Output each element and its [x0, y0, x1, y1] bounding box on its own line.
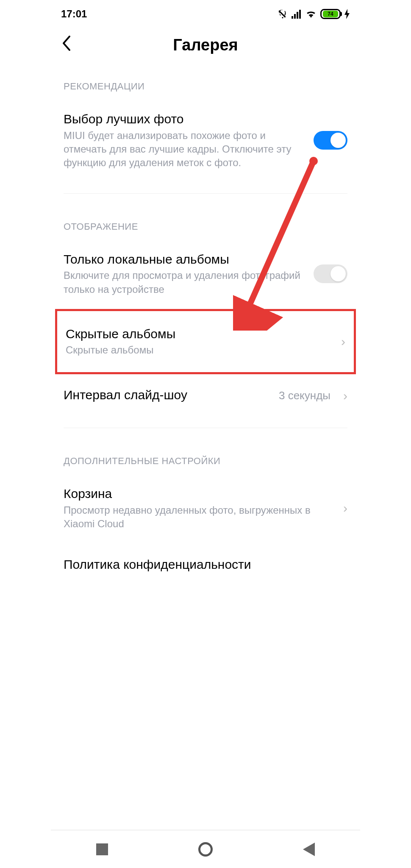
- row-local-only[interactable]: Только локальные альбомы Включите для пр…: [51, 239, 360, 309]
- nav-bar: [51, 830, 360, 868]
- section-advanced-label: ДОПОЛНИТЕЛЬНЫЕ НАСТРОЙКИ: [51, 439, 360, 473]
- best-photos-toggle[interactable]: [314, 131, 347, 150]
- chevron-right-icon: ›: [341, 334, 345, 349]
- svg-point-0: [282, 17, 283, 18]
- nav-back-button[interactable]: [303, 843, 315, 856]
- best-photos-title: Выбор лучших фото: [64, 111, 305, 127]
- status-icons: 74: [277, 8, 350, 19]
- trash-sub: Просмотр недавно удаленных фото, выгруже…: [64, 504, 335, 531]
- wifi-icon: [305, 9, 317, 19]
- local-only-title: Только локальные альбомы: [64, 251, 305, 267]
- section-display-label: ОТОБРАЖЕНИЕ: [51, 204, 360, 239]
- back-button[interactable]: [61, 35, 80, 56]
- page-title: Галерея: [173, 36, 238, 54]
- signal-icon: [292, 9, 302, 19]
- nav-recents-button[interactable]: [96, 843, 108, 855]
- chevron-right-icon: ›: [343, 389, 347, 403]
- divider: [64, 193, 347, 194]
- section-recommendations-label: РЕКОМЕНДАЦИИ: [51, 64, 360, 98]
- nav-home-button[interactable]: [198, 842, 213, 857]
- row-slideshow-interval[interactable]: Интервал слайд-шоу 3 секунды ›: [51, 374, 360, 417]
- slideshow-value: 3 секунды: [279, 389, 330, 402]
- battery-icon: 74: [320, 9, 341, 19]
- svg-rect-3: [297, 12, 298, 19]
- svg-rect-4: [299, 10, 301, 19]
- row-best-photos[interactable]: Выбор лучших фото MIUI будет анализирова…: [51, 98, 360, 183]
- divider: [64, 428, 347, 428]
- chevron-right-icon: ›: [343, 501, 347, 515]
- status-time: 17:01: [61, 8, 87, 20]
- vibrate-icon: [277, 8, 288, 19]
- row-hidden-albums[interactable]: Скрытые альбомы Скрытые альбомы ›: [57, 311, 354, 372]
- svg-rect-1: [292, 16, 293, 19]
- row-trash[interactable]: Корзина Просмотр недавно удаленных фото,…: [51, 473, 360, 543]
- local-only-sub: Включите для просмотра и удаления фотогр…: [64, 269, 305, 296]
- header: Галерея: [51, 22, 360, 64]
- trash-title: Корзина: [64, 486, 335, 502]
- status-bar: 17:01 74: [51, 0, 360, 22]
- battery-percent: 74: [323, 11, 338, 17]
- svg-rect-2: [294, 14, 296, 19]
- charging-icon: [344, 9, 350, 19]
- best-photos-sub: MIUI будет анализировать похожие фото и …: [64, 129, 305, 170]
- slideshow-title: Интервал слайд-шоу: [64, 387, 270, 403]
- hidden-albums-title: Скрытые альбомы: [66, 326, 333, 342]
- annotation-highlight: Скрытые альбомы Скрытые альбомы ›: [55, 309, 356, 374]
- privacy-title: Политика конфиденциальности: [64, 556, 347, 573]
- row-privacy-policy[interactable]: Политика конфиденциальности: [51, 544, 360, 587]
- hidden-albums-sub: Скрытые альбомы: [66, 343, 333, 357]
- local-only-toggle[interactable]: [314, 264, 347, 283]
